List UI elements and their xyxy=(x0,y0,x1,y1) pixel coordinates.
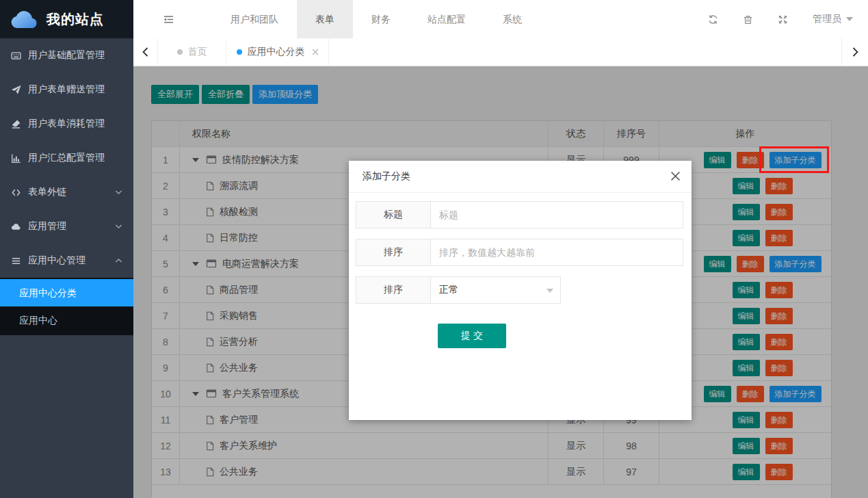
close-icon[interactable] xyxy=(670,171,681,181)
app-root: 我的站点 用户基础配置管理用户表单赠送管理用户表单消耗管理用户汇总配置管理表单外… xyxy=(0,0,868,498)
chevron-down-icon xyxy=(115,189,122,195)
field-label: 排序 xyxy=(356,276,431,304)
form-field: 排序 xyxy=(356,239,683,266)
site-title: 我的站点 xyxy=(47,10,104,29)
topbar-icons xyxy=(708,14,788,25)
add-subcategory-dialog: 添加子分类 标题排序排序正常 提 交 xyxy=(349,161,692,420)
select-value: 正常 xyxy=(439,284,458,296)
tabs-scroll-right-icon[interactable] xyxy=(841,38,868,66)
tabs: 首页应用中心分类 xyxy=(158,38,329,66)
dialog-body: 标题排序排序正常 提 交 xyxy=(349,193,692,348)
top-nav-item[interactable]: 站点配置 xyxy=(409,0,484,38)
sidebar-item-form-external-link[interactable]: 表单外链 xyxy=(0,175,133,209)
tab-dot xyxy=(237,49,242,55)
menu-icon xyxy=(10,256,22,266)
tab-label: 首页 xyxy=(188,46,207,58)
tabs-scroll-left-icon[interactable] xyxy=(133,38,158,66)
sidebar-item-app-center-management[interactable]: 应用中心管理 xyxy=(0,244,133,278)
field-input-1[interactable] xyxy=(431,239,683,266)
topbar: 用户和团队表单财务站点配置系统 管理员 xyxy=(133,0,868,38)
sidebar: 我的站点 用户基础配置管理用户表单赠送管理用户表单消耗管理用户汇总配置管理表单外… xyxy=(0,0,133,498)
form-field: 标题 xyxy=(356,201,683,228)
trash-icon[interactable] xyxy=(743,14,753,25)
chevron-down-icon xyxy=(846,17,853,25)
collapse-sidebar-icon[interactable] xyxy=(163,14,174,25)
send-icon xyxy=(10,85,22,95)
dialog-header: 添加子分类 xyxy=(349,161,692,193)
dialog-fields: 标题排序排序正常 xyxy=(356,201,683,304)
top-nav-item[interactable]: 系统 xyxy=(484,0,540,38)
top-nav-item[interactable]: 用户和团队 xyxy=(212,0,297,38)
link-icon xyxy=(10,187,22,198)
sidebar-item-user-form-consume[interactable]: 用户表单消耗管理 xyxy=(0,107,133,141)
sidebar-item-app-management[interactable]: 应用管理 xyxy=(0,209,133,244)
sidebar-subitem-app-center-category[interactable]: 应用中心分类 xyxy=(0,279,133,306)
fullscreen-icon[interactable] xyxy=(778,14,788,25)
form-field: 排序正常 xyxy=(356,276,683,304)
chart-icon xyxy=(10,153,22,163)
cloud-logo-icon xyxy=(10,8,40,30)
sidebar-submenu: 应用中心分类应用中心 xyxy=(0,278,133,335)
top-nav-item[interactable]: 表单 xyxy=(297,0,353,38)
eraser-icon xyxy=(10,119,22,129)
chevron-down-icon xyxy=(547,289,553,296)
sidebar-item-label: 用户表单消耗管理 xyxy=(28,118,105,130)
field-label: 排序 xyxy=(356,239,431,266)
user-name: 管理员 xyxy=(813,13,841,25)
tab-dot xyxy=(177,49,183,55)
tab-应用中心分类[interactable]: 应用中心分类 xyxy=(226,38,329,66)
keyboard-icon xyxy=(10,51,22,61)
sidebar-menu: 用户基础配置管理用户表单赠送管理用户表单消耗管理用户汇总配置管理表单外链应用管理… xyxy=(0,38,133,335)
site-logo[interactable]: 我的站点 xyxy=(0,0,133,38)
submit-button[interactable]: 提 交 xyxy=(438,324,506,348)
sidebar-item-label: 表单外链 xyxy=(28,186,66,198)
field-input-0[interactable] xyxy=(431,201,683,228)
sidebar-item-user-form-gift[interactable]: 用户表单赠送管理 xyxy=(0,73,133,107)
sidebar-item-label: 应用中心管理 xyxy=(28,254,86,267)
chevron-down-icon xyxy=(115,224,122,229)
topbar-right: 管理员 xyxy=(708,0,853,38)
tabbar: 首页应用中心分类 xyxy=(133,38,868,66)
status-select[interactable]: 正常 xyxy=(431,276,561,304)
tab-label: 应用中心分类 xyxy=(248,46,305,58)
cloud-icon xyxy=(10,222,22,232)
field-label: 标题 xyxy=(356,201,431,228)
top-nav: 用户和团队表单财务站点配置系统 xyxy=(212,0,540,38)
sidebar-item-label: 用户基础配置管理 xyxy=(28,49,105,62)
chevron-up-icon xyxy=(115,258,122,263)
user-menu[interactable]: 管理员 xyxy=(813,13,853,25)
top-nav-item[interactable]: 财务 xyxy=(353,0,409,38)
sidebar-item-label: 用户表单赠送管理 xyxy=(28,83,105,96)
close-icon xyxy=(312,49,319,55)
sidebar-item-label: 应用管理 xyxy=(28,220,66,233)
dialog-title: 添加子分类 xyxy=(363,170,410,183)
tab-首页[interactable]: 首页 xyxy=(158,38,226,66)
sidebar-item-label: 用户汇总配置管理 xyxy=(28,152,105,164)
refresh-icon[interactable] xyxy=(708,14,718,25)
sidebar-item-user-summary-config[interactable]: 用户汇总配置管理 xyxy=(0,141,133,175)
sidebar-item-user-base-config[interactable]: 用户基础配置管理 xyxy=(0,38,133,73)
sidebar-subitem-app-center[interactable]: 应用中心 xyxy=(0,306,133,334)
